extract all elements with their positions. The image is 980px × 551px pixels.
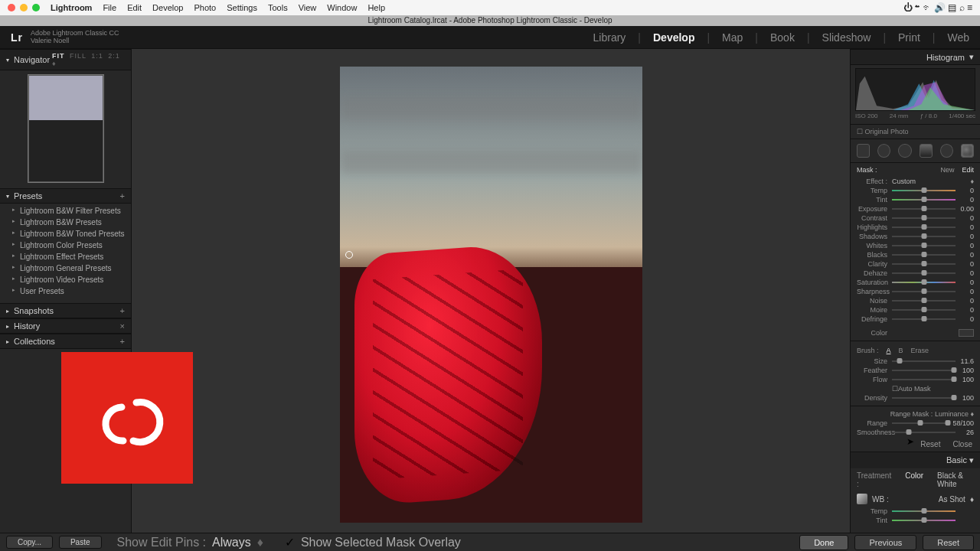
menu-help[interactable]: Help xyxy=(368,3,385,12)
gradient-tool[interactable] xyxy=(920,144,933,158)
module-web[interactable]: Web xyxy=(947,31,969,44)
menu-settings[interactable]: Settings xyxy=(227,3,257,12)
brush-b[interactable]: B xyxy=(899,347,903,354)
module-develop[interactable]: Develop xyxy=(653,31,694,44)
crop-tool[interactable] xyxy=(857,144,870,158)
basic-header[interactable]: Basic ▾ xyxy=(851,452,980,468)
preset-folder[interactable]: Lightroom B&W Toned Presets xyxy=(0,228,131,240)
slider-noise[interactable]: Noise 0 xyxy=(851,296,980,305)
module-slideshow[interactable]: Slideshow xyxy=(822,31,871,44)
slider-saturation[interactable]: Saturation 0 xyxy=(851,278,980,287)
preset-folder[interactable]: Lightroom Video Presets xyxy=(0,274,131,285)
slider-blacks[interactable]: Blacks 0 xyxy=(851,250,980,259)
wb-picker-icon[interactable] xyxy=(857,494,867,504)
preset-folder[interactable]: Lightroom General Presets xyxy=(0,262,131,274)
reset-button[interactable]: Reset xyxy=(923,535,974,550)
zoom-modes[interactable]: FIT FILL 1:1 2:1 ♦ xyxy=(50,52,125,67)
slider-whites[interactable]: Whites 0 xyxy=(851,241,980,250)
module-print[interactable]: Print xyxy=(898,31,920,44)
wb-row[interactable]: WB : As Shot ♦ xyxy=(851,491,980,507)
slider-dehaze[interactable]: Dehaze 0 xyxy=(851,269,980,278)
navigator-thumbnail[interactable] xyxy=(28,75,103,182)
slider-tint[interactable]: Tint 0 xyxy=(851,195,980,204)
done-button[interactable]: Done xyxy=(799,535,848,550)
menu-photo[interactable]: Photo xyxy=(194,3,216,12)
creative-cloud-icon xyxy=(61,352,193,484)
treatment-bw[interactable]: Black & White xyxy=(937,471,974,488)
slider-sharpness[interactable]: Sharpness 0 xyxy=(851,287,980,296)
mac-status-icons: ⏻ ☁ ᯤ 🔊 ▤ ⌕ ≡ xyxy=(903,2,972,13)
effect-row[interactable]: Effect :Custom♦ xyxy=(851,177,980,186)
copy-button[interactable]: Copy... xyxy=(6,536,53,549)
preset-folder[interactable]: Lightroom Effect Presets xyxy=(0,251,131,262)
automask-row[interactable]: ☐ Auto Mask xyxy=(851,384,980,393)
radial-tool[interactable] xyxy=(940,144,953,158)
presets-tree: Lightroom B&W Filter Presets Lightroom B… xyxy=(0,204,131,303)
paste-button[interactable]: Paste xyxy=(59,536,102,549)
brush-reset[interactable]: Reset xyxy=(920,440,940,448)
previous-button[interactable]: Previous xyxy=(854,535,916,550)
mask-new[interactable]: New xyxy=(940,166,954,174)
brush-erase[interactable]: Erase xyxy=(911,347,929,354)
slider-highlights[interactable]: Highlights 0 xyxy=(851,223,980,232)
menu-edit[interactable]: Edit xyxy=(127,3,142,12)
menu-window[interactable]: Window xyxy=(327,3,357,12)
slider-shadows[interactable]: Shadows 0 xyxy=(851,232,980,241)
module-picker: Library| Develop| Map| Book| Slideshow| … xyxy=(593,31,969,44)
slider-flow[interactable]: Flow 100 xyxy=(851,375,980,384)
redeye-tool[interactable] xyxy=(898,144,911,158)
treatment-row: Treatment : Color Black & White xyxy=(851,468,980,491)
treatment-color[interactable]: Color xyxy=(905,471,923,488)
menu-tools[interactable]: Tools xyxy=(268,3,288,12)
local-tools xyxy=(851,139,980,163)
snapshots-header[interactable]: ▸Snapshots+ xyxy=(0,303,131,318)
slider-temp[interactable]: Temp 0 xyxy=(851,186,980,195)
brush-close[interactable]: Close xyxy=(952,440,972,448)
slider-tint[interactable]: Tint xyxy=(851,516,980,525)
slider-clarity[interactable]: Clarity 0 xyxy=(851,259,980,269)
slider-density[interactable]: Density 100 xyxy=(851,393,980,403)
preset-folder[interactable]: User Presets xyxy=(0,285,131,297)
histogram[interactable] xyxy=(855,68,975,111)
slider-smoothness[interactable]: Smoothness 26 xyxy=(851,428,980,437)
preset-folder[interactable]: Lightroom Color Presets xyxy=(0,240,131,251)
window-controls[interactable] xyxy=(8,4,40,11)
brush-tool[interactable] xyxy=(961,144,974,158)
navigator-header[interactable]: ▾Navigator FIT FILL 1:1 2:1 ♦ xyxy=(0,49,131,70)
module-library[interactable]: Library xyxy=(593,31,626,44)
histogram-header[interactable]: Histogram▾ xyxy=(851,49,980,65)
editpins-value[interactable]: Always xyxy=(212,536,251,549)
bottom-bar: Copy... Paste Show Edit Pins : Always♦ ✓… xyxy=(0,533,980,551)
slider-defringe[interactable]: Defringe 0 xyxy=(851,315,980,324)
collections-header[interactable]: ▸Collections+ xyxy=(0,334,131,349)
right-panel: Histogram▾ ISO 20024 mmƒ / 8.01/400 sec … xyxy=(850,49,980,540)
slider-temp[interactable]: Temp xyxy=(851,507,980,516)
overlay-check[interactable]: ✓ xyxy=(285,535,295,549)
lr-logo: Lr xyxy=(11,31,23,44)
canvas-area xyxy=(132,49,850,540)
lr-subtitle: Adobe Lightroom Classic CC Valerie Noell xyxy=(31,30,119,45)
color-row[interactable]: Color xyxy=(851,328,980,337)
module-book[interactable]: Book xyxy=(770,31,795,44)
slider-contrast[interactable]: Contrast 0 xyxy=(851,214,980,223)
photo[interactable] xyxy=(340,67,642,523)
preset-folder[interactable]: Lightroom B&W Presets xyxy=(0,217,131,228)
slider-moire[interactable]: Moire 0 xyxy=(851,305,980,315)
original-photo-toggle[interactable]: ☐ Original Photo xyxy=(851,125,980,139)
spot-tool[interactable] xyxy=(877,144,890,158)
slider-exposure[interactable]: Exposure 0.00 xyxy=(851,204,980,214)
slider-size[interactable]: Size 11.6 xyxy=(851,357,980,366)
brush-a[interactable]: A xyxy=(887,347,891,354)
menu-file[interactable]: File xyxy=(103,3,116,12)
preset-folder[interactable]: Lightroom B&W Filter Presets xyxy=(0,205,131,217)
mac-menubar: Lightroom File Edit Develop Photo Settin… xyxy=(0,0,980,15)
slider-feather[interactable]: Feather 100 xyxy=(851,366,980,375)
module-map[interactable]: Map xyxy=(722,31,743,44)
rangemask-row[interactable]: Range Mask : Luminance ♦ xyxy=(851,409,980,419)
history-header[interactable]: ▸History× xyxy=(0,318,131,334)
menu-develop[interactable]: Develop xyxy=(152,3,183,12)
menu-view[interactable]: View xyxy=(299,3,317,12)
presets-header[interactable]: ▾Presets+ xyxy=(0,188,131,204)
mask-edit[interactable]: Edit xyxy=(962,166,974,174)
slider-range[interactable]: Range 58/100 xyxy=(851,419,980,428)
